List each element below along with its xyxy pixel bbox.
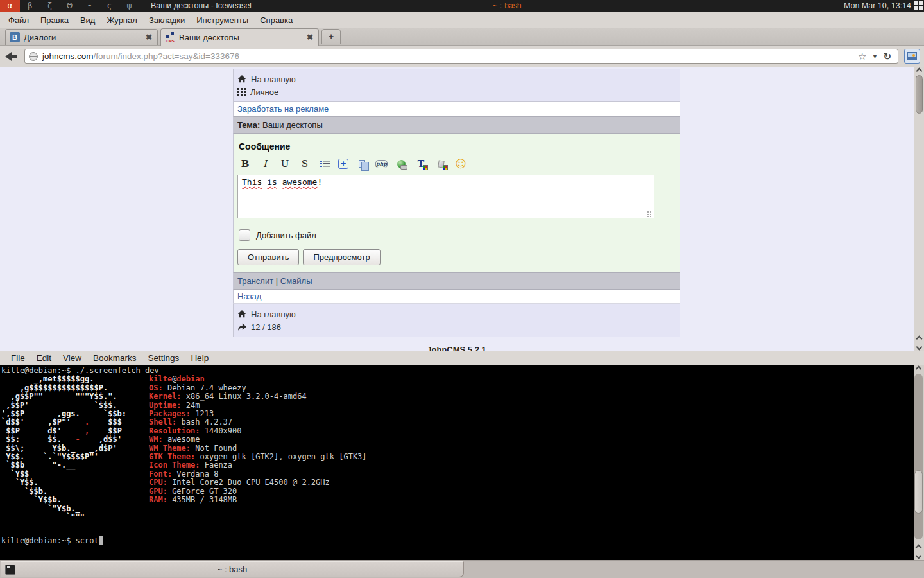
tab-dialogs[interactable]: В Диалоги ✖	[5, 29, 158, 45]
attach-file-checkbox[interactable]	[239, 229, 250, 241]
fill-color-icon[interactable]	[434, 158, 447, 170]
terminal-menu-item-4[interactable]: Bookmarks	[87, 353, 142, 363]
underline-icon[interactable]: U	[278, 158, 291, 170]
bookmark-star-icon[interactable]: ☆	[855, 51, 869, 61]
bottom-taskbar: ~ : bash	[0, 560, 924, 578]
page-position-link[interactable]: 12 / 186	[237, 320, 676, 333]
workspace-tag-1[interactable]: α	[0, 0, 20, 12]
browser-menu-item-5[interactable]: Закладки	[143, 15, 191, 25]
screenfetch-info: kilte@debianOS: Debian 7.4 wheezyKernel:…	[149, 375, 367, 504]
share-icon	[237, 323, 246, 331]
insert-link-icon[interactable]	[395, 158, 407, 170]
smileys-link[interactable]: Смайлы	[280, 276, 312, 286]
terminal-menu-item-6[interactable]: Help	[185, 353, 214, 363]
list-icon[interactable]	[318, 158, 331, 170]
nav-home-link[interactable]: На главную	[237, 308, 676, 320]
italic-icon[interactable]: I	[259, 158, 271, 170]
new-tab-button[interactable]: +	[321, 29, 341, 44]
bold-icon[interactable]: B	[239, 158, 252, 170]
back-link[interactable]: Назад	[237, 292, 261, 301]
task-name: bash	[504, 1, 521, 10]
terminal-menubar: FileEditViewBookmarksSettingsHelp	[0, 351, 924, 365]
reload-icon[interactable]: ↻	[880, 51, 894, 61]
nav-home-link[interactable]: На главную	[237, 73, 676, 85]
page-viewport: На главную Личное Заработать на рекламе …	[0, 67, 924, 351]
taskbar-item-bash[interactable]: ~ : bash	[1, 561, 464, 577]
back-button[interactable]	[4, 50, 19, 63]
awesome-wibar: αβζΘΞςψ Ваши десктопы - Iceweasel ~ : ba…	[0, 0, 924, 12]
workspace-tag-4[interactable]: Θ	[60, 0, 80, 12]
scroll-up-arrow[interactable]	[914, 365, 923, 373]
submit-button[interactable]: Отправить	[237, 249, 299, 265]
scrollbar-thumb[interactable]	[916, 75, 923, 114]
nav-personal-link[interactable]: Личное	[237, 85, 676, 98]
reply-form: Сообщение BIUS+phpT☺ This is awesome! До…	[233, 134, 680, 272]
home-icon	[237, 310, 246, 319]
terminal-prompt-line: kilte@debian:~$ scrot	[0, 536, 924, 545]
konsole-window: FileEditViewBookmarksSettingsHelp kilte@…	[0, 351, 924, 560]
url-bar[interactable]: johncms.com /forum/index.php?act=say&id=…	[24, 49, 898, 64]
tab-title: Диалоги	[24, 33, 144, 42]
layout-icon[interactable]	[914, 1, 923, 10]
workspace-tags: αβζΘΞςψ	[0, 0, 139, 12]
terminal-screen: kilte@debian:~$ ./.screenfetch-dev _,met…	[0, 365, 924, 560]
page-nav-bottom: На главную 12 / 186	[233, 304, 680, 337]
earn-on-ads-link[interactable]: Заработать на рекламе	[237, 104, 329, 114]
scrollbar-track[interactable]	[914, 374, 923, 539]
message-textarea[interactable]: This is awesome!	[237, 175, 654, 218]
translit-link[interactable]: Транслит	[237, 276, 273, 286]
scroll-down-arrow[interactable]	[914, 343, 924, 351]
focused-window-title: Ваши десктопы - Iceweasel	[151, 1, 252, 10]
spoiler-plus-icon[interactable]: +	[338, 159, 348, 169]
browser-menu-item-3[interactable]: Вид	[74, 15, 101, 25]
scroll-down-arrow[interactable]	[914, 552, 923, 560]
smiley-icon[interactable]: ☺	[454, 158, 467, 170]
screenfetch-art: _,met$$$$$gg. ,g$$$$$$$$$$$$$$$P. ,g$$P"…	[1, 375, 126, 521]
desktop: αβζΘΞςψ Ваши десктопы - Iceweasel ~ : ba…	[0, 0, 924, 578]
terminal-menu-item-1[interactable]: File	[5, 353, 31, 363]
workspace-tag-6[interactable]: ς	[99, 0, 119, 12]
workspace-tag-2[interactable]: β	[20, 0, 40, 12]
image-extension-button[interactable]	[904, 49, 920, 64]
tasklist-item-bash[interactable]: ~ : bash	[493, 0, 521, 12]
browser-menu-item-1[interactable]: Файл	[3, 15, 35, 25]
navigation-bar: johncms.com /forum/index.php?act=say&id=…	[0, 46, 924, 67]
terminal-scrollbar[interactable]	[914, 365, 924, 560]
site-identity-icon[interactable]	[29, 52, 38, 61]
php-code-icon[interactable]: php	[375, 160, 388, 168]
scrollbar-thumb[interactable]	[914, 470, 923, 514]
scroll-up-arrow[interactable]	[914, 543, 923, 552]
workspace-tag-3[interactable]: ζ	[40, 0, 60, 12]
url-dropdown-icon[interactable]: ▼	[869, 53, 881, 60]
terminal-menu-item-5[interactable]: Settings	[142, 353, 185, 363]
tab-your-desktops[interactable]: CMS Ваши десктопы ✖	[160, 28, 319, 46]
terminal-menu-item-2[interactable]: Edit	[31, 353, 57, 363]
attach-file-label: Добавить файл	[256, 231, 316, 240]
preview-button[interactable]: Предпросмотр	[303, 249, 380, 265]
close-tab-icon[interactable]: ✖	[144, 33, 153, 42]
topic-title: Ваши десктопы	[260, 120, 322, 130]
browser-menubar: ФайлПравкаВидЖурналЗакладкиИнструментыСп…	[0, 12, 924, 28]
ad-row: Заработать на рекламе	[233, 102, 680, 116]
message-heading: Сообщение	[237, 134, 676, 152]
browser-menu-item-2[interactable]: Правка	[35, 15, 74, 25]
browser-scrollbar[interactable]	[914, 67, 924, 351]
scroll-up-arrow[interactable]	[914, 67, 924, 75]
home-icon	[237, 74, 246, 83]
browser-menu-item-7[interactable]: Справка	[254, 15, 298, 25]
iceweasel-window: ФайлПравкаВидЖурналЗакладкиИнструментыСп…	[0, 12, 924, 351]
workspace-tag-7[interactable]: ψ	[119, 0, 139, 12]
resize-grip[interactable]	[647, 211, 653, 217]
close-tab-icon[interactable]: ✖	[305, 33, 314, 42]
scroll-up-arrow[interactable]	[914, 335, 924, 343]
font-color-icon[interactable]: T	[415, 158, 427, 170]
copy-icon[interactable]	[355, 158, 368, 170]
editor-toolbar: BIUS+phpT☺	[237, 158, 676, 170]
strike-icon[interactable]: S	[298, 158, 311, 170]
browser-menu-item-4[interactable]: Журнал	[101, 15, 142, 25]
tab-bar: В Диалоги ✖ CMS Ваши десктопы ✖ +	[0, 28, 924, 46]
terminal-menu-item-3[interactable]: View	[57, 353, 87, 363]
browser-menu-item-6[interactable]: Инструменты	[191, 15, 254, 25]
links-separator: |	[276, 276, 278, 286]
workspace-tag-5[interactable]: Ξ	[80, 0, 99, 12]
